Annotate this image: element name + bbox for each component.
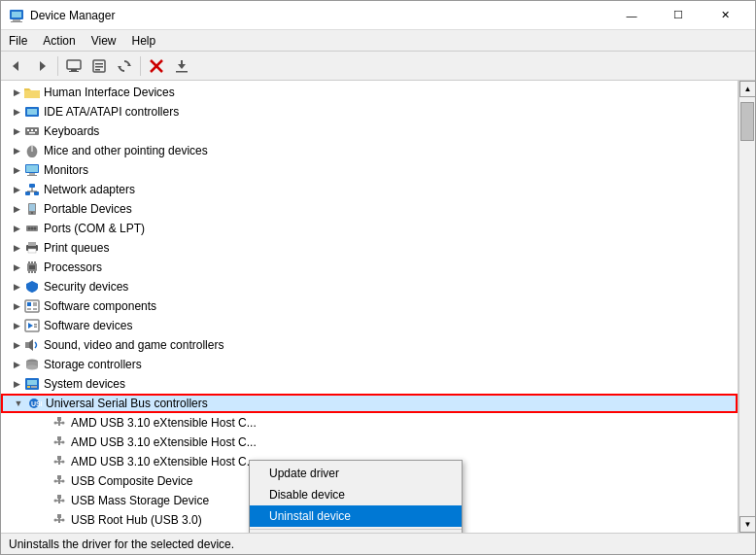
svg-rect-32	[29, 173, 35, 175]
scroll-track[interactable]	[739, 97, 755, 516]
list-item[interactable]: ▶ IDE ATA/ATAPI controllers	[1, 102, 738, 121]
refresh-button[interactable]	[113, 54, 136, 78]
software-dev-icon	[24, 318, 40, 333]
maximize-button[interactable]: ☐	[656, 1, 701, 30]
folder-icon	[24, 85, 40, 100]
scroll-thumb[interactable]	[740, 102, 754, 141]
ctx-update-driver[interactable]: Update driver	[250, 463, 462, 484]
svg-rect-75	[31, 386, 37, 388]
usb-device-icon	[52, 512, 67, 528]
svg-rect-60	[33, 302, 37, 306]
svg-rect-24	[27, 129, 29, 131]
usb-icon: USB	[26, 396, 42, 411]
svg-rect-20	[24, 90, 40, 98]
toolbar-sep-2	[140, 56, 141, 76]
tree-toggle[interactable]: ▶	[9, 337, 24, 353]
list-item[interactable]: ▶ Keyboards	[1, 121, 738, 141]
svg-rect-1	[12, 12, 21, 17]
svg-point-101	[54, 500, 57, 503]
tree-toggle[interactable]: ▶	[9, 85, 24, 100]
minimize-button[interactable]: —	[609, 1, 654, 30]
back-button[interactable]	[5, 54, 28, 78]
tree-view[interactable]: ▶ Human Interface Devices ▶ IDE ATA/ATAP…	[1, 81, 739, 533]
tree-toggle[interactable]: ▶	[9, 357, 24, 372]
tree-toggle[interactable]: ▶	[9, 260, 24, 275]
tree-toggle[interactable]: ▶	[9, 376, 24, 392]
tree-toggle[interactable]: ▶	[9, 201, 24, 217]
svg-marker-17	[178, 64, 186, 69]
tree-toggle[interactable]: ▶	[9, 221, 24, 236]
usb-device-icon	[52, 434, 67, 450]
svg-rect-78	[57, 417, 61, 421]
list-item[interactable]: ▶ Security devices	[1, 277, 738, 296]
list-item[interactable]: ▶ Processors	[1, 258, 738, 277]
list-item[interactable]: AMD USB 3.10 eXtensible Host C...	[1, 433, 738, 452]
tree-toggle[interactable]: ▶	[9, 104, 24, 120]
usb-device-icon	[52, 454, 67, 469]
svg-point-44	[28, 227, 31, 230]
menu-file[interactable]: File	[1, 32, 35, 50]
content-area: ▶ Human Interface Devices ▶ IDE ATA/ATAP…	[1, 81, 755, 533]
network-icon	[24, 182, 40, 197]
scroll-down-button[interactable]: ▼	[739, 516, 755, 533]
list-item[interactable]: ▶ Storage controllers	[1, 355, 738, 374]
computer-button[interactable]	[62, 54, 86, 78]
update-button[interactable]	[170, 54, 193, 78]
keyboard-icon	[24, 123, 40, 139]
tree-toggle[interactable]: ▶	[9, 143, 24, 158]
list-item[interactable]: ▶ Mice and other pointing devices	[1, 141, 738, 160]
ctx-uninstall-device[interactable]: Uninstall device	[250, 505, 462, 527]
mouse-icon	[24, 143, 40, 158]
list-item[interactable]: ▶ Ports (COM & LPT)	[1, 219, 738, 238]
svg-rect-48	[28, 242, 36, 246]
remove-button[interactable]	[145, 54, 168, 78]
menu-view[interactable]: View	[84, 32, 124, 50]
ctx-scan-hardware[interactable]: Scan for hardware changes	[250, 532, 462, 533]
ctx-separator-1	[250, 529, 462, 530]
item-label: AMD USB 3.10 eXtensible Host C...	[71, 455, 257, 468]
list-item[interactable]: AMD USB 3.10 eXtensible Host C...	[1, 413, 738, 433]
list-item[interactable]: ▶ Sound, video and game controllers	[1, 335, 738, 355]
printer-icon	[24, 240, 40, 256]
list-item[interactable]: ▶ Monitors	[1, 160, 738, 180]
tree-toggle[interactable]: ▼	[11, 396, 26, 411]
item-label: Storage controllers	[44, 358, 142, 371]
tree-toggle[interactable]: ▶	[9, 182, 24, 197]
list-item[interactable]: ▶ Human Interface Devices	[1, 83, 738, 102]
tree-toggle[interactable]: ▶	[9, 279, 24, 295]
svg-rect-74	[27, 386, 30, 388]
usb-controllers-item[interactable]: ▼ USB Universal Serial Bus controllers	[1, 394, 738, 413]
tree-toggle-empty	[36, 512, 52, 528]
tree-toggle[interactable]: ▶	[9, 240, 24, 256]
usb-device-icon	[52, 473, 67, 489]
svg-rect-62	[33, 308, 37, 310]
tree-toggle-empty	[36, 532, 52, 533]
tree-toggle[interactable]: ▶	[9, 162, 24, 178]
svg-point-91	[54, 461, 57, 464]
list-item[interactable]: ▶ Portable Devices	[1, 199, 738, 219]
list-item[interactable]: ▶ Software devices	[1, 316, 738, 335]
forward-button[interactable]	[30, 54, 53, 78]
window-icon	[9, 8, 24, 23]
svg-point-96	[54, 480, 57, 483]
tree-toggle[interactable]: ▶	[9, 123, 24, 139]
vertical-scrollbar[interactable]: ▲ ▼	[739, 81, 755, 533]
list-item[interactable]: ▶ Print queues	[1, 238, 738, 258]
close-button[interactable]: ✕	[703, 1, 747, 30]
menu-help[interactable]: Help	[124, 32, 164, 50]
monitor-icon	[24, 162, 40, 178]
list-item[interactable]: ▶ Software components	[1, 296, 738, 316]
list-item[interactable]: ▶ System devices	[1, 374, 738, 394]
svg-rect-26	[35, 129, 37, 131]
svg-rect-88	[57, 456, 61, 460]
tree-toggle[interactable]: ▶	[9, 298, 24, 314]
ctx-disable-device[interactable]: Disable device	[250, 484, 462, 505]
menu-bar: File Action View Help	[1, 30, 755, 52]
list-item[interactable]: ▶ Network adapters	[1, 180, 738, 199]
item-label: Portable Devices	[44, 202, 132, 216]
svg-point-71	[26, 365, 38, 370]
menu-action[interactable]: Action	[35, 32, 83, 50]
tree-toggle[interactable]: ▶	[9, 318, 24, 333]
properties-button[interactable]	[87, 54, 111, 78]
scroll-up-button[interactable]: ▲	[739, 81, 755, 97]
